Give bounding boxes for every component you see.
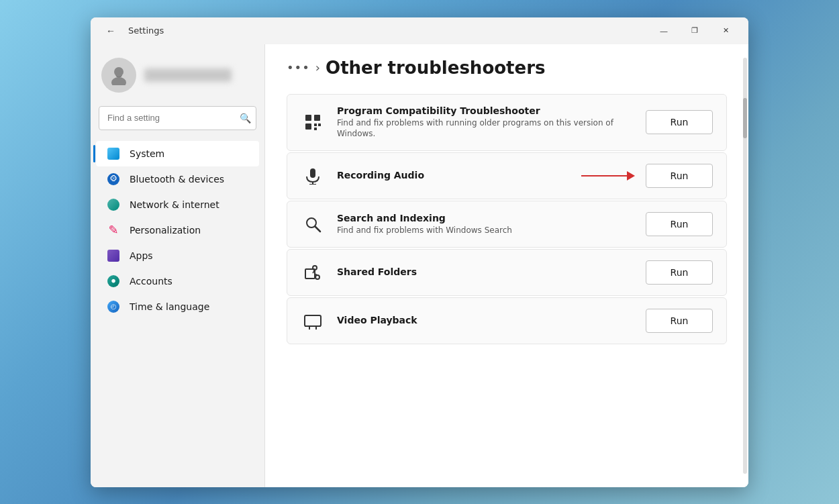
svg-rect-5 <box>314 123 317 126</box>
nav-network-label: Network & internet <box>130 199 219 210</box>
annotation-arrow <box>581 169 635 183</box>
search-indexing-icon <box>301 212 325 236</box>
program-compat-desc: Find and fix problems with running older… <box>337 117 634 140</box>
breadcrumb-dots: ••• <box>287 60 310 74</box>
sidebar: ⚬ 🔍 System <box>91 44 265 487</box>
svg-rect-6 <box>318 123 321 126</box>
vertical-scrollbar[interactable] <box>743 58 747 474</box>
maximize-button[interactable]: ❐ <box>680 21 709 41</box>
shared-folders-run-button[interactable]: Run <box>646 260 713 285</box>
svg-rect-3 <box>314 115 320 121</box>
troubleshooter-item: Search and Indexing Find and fix problem… <box>287 201 727 248</box>
shared-folders-icon <box>301 260 325 285</box>
nav-apps[interactable]: Apps <box>96 243 259 268</box>
svg-point-16 <box>315 275 319 279</box>
titlebar-controls: — ❐ ✕ <box>649 21 740 41</box>
search-input[interactable] <box>99 106 256 130</box>
page-header: ••• › Other troubleshooters <box>287 58 727 78</box>
program-compat-title: Program Compatibility Troubleshooter <box>337 105 634 116</box>
settings-window: ← Settings — ❐ ✕ ⚬ <box>91 17 748 487</box>
nav-system[interactable]: System <box>96 141 259 166</box>
search-indexing-actions: Run <box>646 212 713 236</box>
svg-rect-13 <box>305 269 315 279</box>
program-compat-info: Program Compatibility Troubleshooter Fin… <box>337 105 634 140</box>
shared-folders-title: Shared Folders <box>337 266 634 277</box>
video-playback-actions: Run <box>646 309 713 333</box>
breadcrumb-separator: › <box>315 60 320 74</box>
nav-system-label: System <box>130 148 164 159</box>
titlebar-title: Settings <box>128 26 164 36</box>
page-title: Other troubleshooters <box>326 58 545 78</box>
nav-bluetooth[interactable]: ⭙ Bluetooth & devices <box>96 166 259 192</box>
video-playback-icon <box>301 309 325 333</box>
nav-accounts-label: Accounts <box>130 276 172 287</box>
window-body: ⚬ 🔍 System <box>91 44 748 487</box>
svg-point-14 <box>313 266 317 270</box>
svg-rect-4 <box>305 123 311 130</box>
recording-audio-actions: Run <box>581 164 713 188</box>
svg-point-0 <box>114 67 124 77</box>
svg-point-1 <box>111 77 126 85</box>
video-playback-title: Video Playback <box>337 315 634 325</box>
nav-apps-label: Apps <box>130 250 153 261</box>
shared-folders-info: Shared Folders <box>337 266 634 279</box>
system-icon <box>107 147 120 160</box>
troubleshooter-list: Program Compatibility Troubleshooter Fin… <box>287 94 727 345</box>
nav-accounts[interactable]: ⚫ Accounts <box>96 268 259 294</box>
back-button[interactable]: ← <box>101 21 120 40</box>
recording-audio-run-button[interactable]: Run <box>646 164 713 188</box>
accounts-icon: ⚫ <box>107 274 120 288</box>
recording-audio-icon <box>301 164 325 188</box>
nav-network[interactable]: Network & internet <box>96 192 259 217</box>
nav-time-label: Time & language <box>130 301 209 312</box>
program-compat-actions: Run <box>646 110 713 134</box>
svg-rect-7 <box>314 128 317 130</box>
search-box: 🔍 <box>99 106 256 130</box>
titlebar: ← Settings — ❐ ✕ <box>91 17 748 44</box>
nav-bluetooth-label: Bluetooth & devices <box>130 174 224 185</box>
recording-audio-title: Recording Audio <box>337 170 569 181</box>
video-playback-run-button[interactable]: Run <box>646 309 713 333</box>
search-indexing-desc: Find and fix problems with Windows Searc… <box>337 225 634 236</box>
titlebar-left: ← Settings <box>101 21 164 40</box>
avatar-svg <box>109 65 129 85</box>
troubleshooter-item: Recording Audio Run <box>287 152 727 199</box>
troubleshooter-item: Program Compatibility Troubleshooter Fin… <box>287 94 727 152</box>
svg-rect-18 <box>305 315 321 326</box>
recording-audio-info: Recording Audio <box>337 170 569 182</box>
svg-rect-2 <box>305 115 311 121</box>
avatar: ⚬ <box>101 58 136 93</box>
close-button[interactable]: ✕ <box>711 21 740 41</box>
scrollbar-thumb[interactable] <box>743 98 747 138</box>
troubleshooter-item: Video Playback Run <box>287 297 727 344</box>
nav-personalization[interactable]: ✎ Personalization <box>96 217 259 243</box>
time-icon: ◴ <box>107 300 120 313</box>
shared-folders-actions: Run <box>646 260 713 285</box>
profile-name <box>144 68 232 82</box>
apps-icon <box>107 249 120 262</box>
nav-personalization-label: Personalization <box>130 225 201 236</box>
bluetooth-icon: ⭙ <box>107 172 120 186</box>
personalization-icon: ✎ <box>107 223 120 237</box>
troubleshooter-item: Shared Folders Run <box>287 249 727 296</box>
svg-line-12 <box>315 227 321 232</box>
nav-time[interactable]: ◴ Time & language <box>96 294 259 319</box>
network-icon <box>107 198 120 211</box>
svg-rect-8 <box>310 168 315 178</box>
search-indexing-title: Search and Indexing <box>337 213 634 223</box>
program-compat-run-button[interactable]: Run <box>646 110 713 134</box>
profile-area: ⚬ <box>91 50 264 106</box>
search-icon[interactable]: 🔍 <box>240 113 251 123</box>
search-indexing-run-button[interactable]: Run <box>646 212 713 236</box>
minimize-button[interactable]: — <box>649 21 679 41</box>
search-indexing-info: Search and Indexing Find and fix problem… <box>337 213 634 236</box>
main-content: ••• › Other troubleshooters <box>265 44 748 487</box>
video-playback-info: Video Playback <box>337 315 634 327</box>
program-compat-icon <box>301 110 325 134</box>
